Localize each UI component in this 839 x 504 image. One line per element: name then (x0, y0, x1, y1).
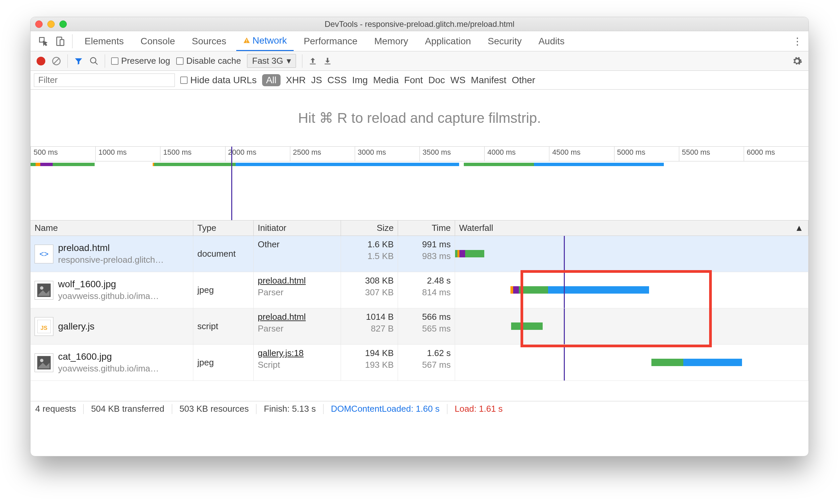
filter-type-media[interactable]: Media (373, 75, 399, 86)
tab-console[interactable]: Console (134, 32, 182, 51)
filter-type-js[interactable]: JS (311, 75, 322, 86)
timeline-overview[interactable]: 500 ms 1000 ms 1500 ms 2000 ms 2500 ms 3… (31, 147, 808, 220)
waterfall-segment (511, 322, 543, 330)
tab-performance[interactable]: Performance (297, 32, 364, 51)
tab-sources[interactable]: Sources (185, 32, 233, 51)
download-har-icon[interactable] (323, 57, 332, 66)
filter-toggle-icon[interactable] (74, 56, 83, 66)
more-menu-icon[interactable]: ⋮ (792, 35, 802, 47)
waterfall-segment (548, 286, 649, 294)
svg-rect-9 (310, 64, 316, 64)
svg-line-8 (95, 62, 98, 65)
request-table: <>preload.htmlresponsive-preload.glitch…… (31, 236, 808, 401)
status-resources: 503 KB resources (180, 404, 249, 414)
filter-input[interactable] (34, 73, 175, 87)
filter-type-ws[interactable]: WS (450, 75, 465, 86)
disable-cache-checkbox[interactable]: Disable cache (176, 56, 241, 66)
request-initiator[interactable]: preload.htmlParser (254, 272, 341, 308)
request-size: 308 KB307 KB (341, 272, 398, 308)
settings-icon[interactable] (792, 56, 802, 67)
tab-security[interactable]: Security (481, 32, 528, 51)
request-initiator[interactable]: gallery.js:18Script (254, 345, 341, 380)
filter-type-css[interactable]: CSS (327, 75, 347, 86)
request-size: 194 KB193 KB (341, 345, 398, 380)
filter-type-font[interactable]: Font (404, 75, 423, 86)
filter-type-all[interactable]: All (262, 74, 281, 86)
request-initiator[interactable]: preload.htmlParser (254, 308, 341, 344)
svg-text:<>: <> (39, 250, 48, 258)
request-size: 1.6 KB1.5 KB (341, 236, 398, 272)
warning-icon (243, 37, 250, 44)
request-time: 991 ms983 ms (398, 236, 455, 272)
request-row[interactable]: wolf_1600.jpgyoavweiss.github.io/ima… jp… (31, 272, 808, 308)
tab-memory[interactable]: Memory (368, 32, 415, 51)
waterfall-segment (455, 250, 458, 257)
request-size: 1014 B827 B (341, 308, 398, 344)
filter-type-doc[interactable]: Doc (428, 75, 445, 86)
request-row[interactable]: JSgallery.js script preload.htmlParser 1… (31, 308, 808, 345)
svg-rect-2 (60, 40, 64, 46)
filter-type-other[interactable]: Other (512, 75, 535, 86)
request-row[interactable]: cat_1600.jpgyoavweiss.github.io/ima… jpe… (31, 345, 808, 381)
status-finish: Finish: 5.13 s (264, 404, 316, 414)
request-time: 2.48 s814 ms (398, 272, 455, 308)
filter-type-manifest[interactable]: Manifest (471, 75, 506, 86)
hide-data-urls-checkbox[interactable]: Hide data URLs (180, 75, 257, 86)
waterfall-segment (465, 250, 484, 257)
domcontentloaded-marker (564, 272, 565, 308)
request-type: script (193, 308, 254, 344)
status-requests: 4 requests (35, 404, 76, 414)
preserve-log-checkbox[interactable]: Preserve log (111, 56, 170, 66)
col-initiator[interactable]: Initiator (254, 220, 341, 236)
filter-type-xhr[interactable]: XHR (286, 75, 306, 86)
request-row[interactable]: <>preload.htmlresponsive-preload.glitch…… (31, 236, 808, 272)
sort-up-icon: ▲ (795, 223, 803, 233)
waterfall-segment (460, 250, 465, 257)
tab-elements[interactable]: Elements (78, 32, 130, 51)
request-type: jpeg (193, 345, 254, 380)
file-icon: JS (35, 317, 53, 336)
record-button[interactable] (37, 57, 45, 66)
divider (72, 34, 72, 48)
request-initiator[interactable]: Other (254, 236, 341, 272)
col-type[interactable]: Type (193, 220, 254, 236)
domcontentloaded-marker (564, 308, 565, 344)
request-domain: responsive-preload.glitch… (58, 255, 164, 265)
tab-application[interactable]: Application (418, 32, 478, 51)
waterfall-segment (458, 250, 460, 257)
domcontentloaded-marker (564, 236, 565, 272)
tab-network[interactable]: Network (236, 31, 293, 51)
col-time[interactable]: Time (398, 220, 455, 236)
file-icon: <> (35, 245, 53, 264)
col-waterfall[interactable]: Waterfall▲ (455, 220, 808, 236)
filmstrip-hint: Hit ⌘ R to reload and capture filmstrip. (298, 110, 541, 126)
col-size[interactable]: Size (341, 220, 398, 236)
search-icon[interactable] (89, 56, 99, 66)
request-domain: yoavweiss.github.io/ima… (58, 291, 159, 301)
request-name: cat_1600.jpg (58, 351, 159, 362)
waterfall-segment (651, 359, 683, 366)
svg-point-14 (40, 286, 43, 290)
request-time: 566 ms565 ms (398, 308, 455, 344)
throttling-select[interactable]: Fast 3G▾ (247, 54, 296, 68)
request-type: jpeg (193, 272, 254, 308)
svg-rect-10 (324, 64, 330, 64)
titlebar: DevTools - responsive-preload.glitch.me/… (31, 17, 808, 31)
waterfall-segment (511, 286, 513, 294)
tab-audits[interactable]: Audits (532, 32, 571, 51)
clear-button[interactable] (51, 56, 61, 66)
status-load: Load: 1.61 s (455, 404, 503, 414)
waterfall-cell (455, 272, 808, 308)
upload-har-icon[interactable] (308, 57, 317, 66)
svg-rect-4 (246, 42, 247, 42)
waterfall-cell (455, 236, 808, 272)
device-toolbar-icon[interactable] (53, 35, 67, 48)
window-title: DevTools - responsive-preload.glitch.me/… (31, 19, 808, 29)
filter-type-img[interactable]: Img (352, 75, 368, 86)
inspect-element-icon[interactable] (37, 35, 50, 48)
domcontentloaded-marker (564, 345, 565, 380)
status-transferred: 504 KB transferred (91, 404, 164, 414)
status-bar: 4 requests 504 KB transferred 503 KB res… (31, 401, 808, 416)
col-name[interactable]: Name (31, 220, 193, 236)
request-name: preload.html (58, 242, 164, 253)
